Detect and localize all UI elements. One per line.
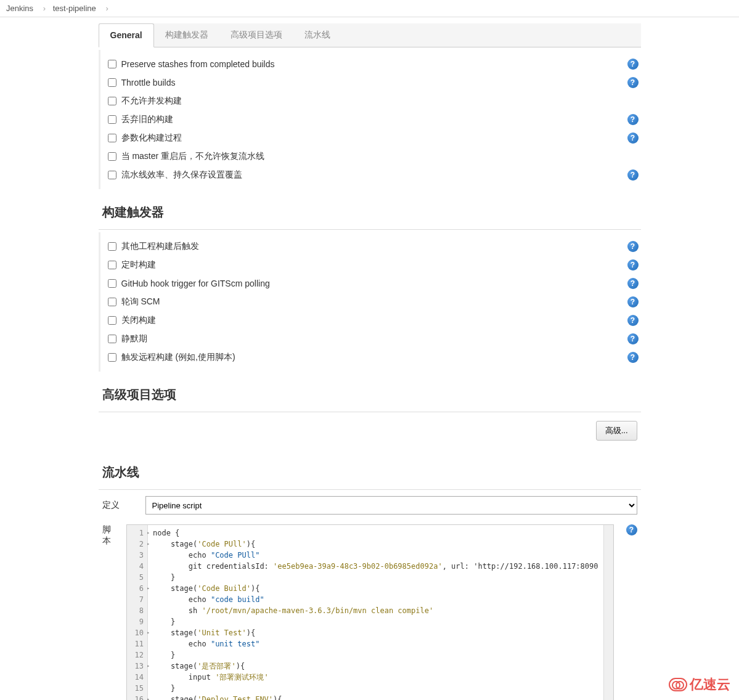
- tab-build-triggers[interactable]: 构建触发器: [154, 23, 219, 47]
- general-option-row: Throttle builds?: [105, 73, 641, 92]
- breadcrumb-sep-icon: ›: [43, 4, 46, 13]
- general-option-row: 流水线效率、持久保存设置覆盖?: [105, 166, 641, 184]
- vertical-scrollbar[interactable]: [603, 525, 613, 700]
- script-editor[interactable]: 1234567891011121314151617 node { stage('…: [126, 524, 614, 700]
- section-title-advanced: 高级项目选项: [99, 378, 641, 412]
- general-checkbox[interactable]: [108, 171, 116, 179]
- breadcrumb-item[interactable]: test-pipeline: [53, 4, 96, 13]
- trigger-option-row: 关闭构建?: [105, 311, 641, 330]
- general-option-row: 不允许并发构建: [105, 92, 641, 110]
- trigger-label: 轮询 SCM: [121, 296, 160, 307]
- breadcrumb: Jenkins › test-pipeline ›: [0, 0, 739, 17]
- script-row: 脚本 1234567891011121314151617 node { stag…: [99, 521, 641, 700]
- help-icon[interactable]: ?: [627, 278, 639, 289]
- general-checkbox[interactable]: [108, 78, 116, 87]
- editor-gutter: 1234567891011121314151617: [127, 525, 148, 700]
- general-label: 不允许并发构建: [121, 96, 182, 107]
- tabs: General 构建触发器 高级项目选项 流水线: [99, 23, 641, 47]
- trigger-checkbox[interactable]: [108, 298, 116, 306]
- general-checkbox[interactable]: [108, 115, 116, 124]
- tab-advanced-options[interactable]: 高级项目选项: [219, 23, 293, 47]
- tab-general[interactable]: General: [99, 23, 154, 47]
- trigger-checkbox[interactable]: [108, 353, 116, 362]
- watermark-text: 亿速云: [690, 675, 730, 694]
- general-option-row: Preserve stashes from completed builds?: [105, 55, 641, 73]
- trigger-checkbox[interactable]: [108, 316, 116, 325]
- trigger-checkbox[interactable]: [108, 279, 116, 288]
- help-icon[interactable]: ?: [626, 524, 637, 535]
- trigger-label: 关闭构建: [121, 315, 156, 326]
- general-label: 丢弃旧的构建: [121, 114, 173, 125]
- help-icon[interactable]: ?: [627, 352, 639, 363]
- trigger-option-row: 定时构建?: [105, 256, 641, 274]
- general-checkbox[interactable]: [108, 134, 116, 142]
- script-label: 脚本: [102, 524, 115, 700]
- general-section: Preserve stashes from completed builds?T…: [99, 50, 641, 189]
- general-option-row: 参数化构建过程?: [105, 129, 641, 147]
- general-label: 流水线效率、持久保存设置覆盖: [121, 169, 242, 181]
- trigger-label: 其他工程构建后触发: [121, 241, 199, 252]
- trigger-option-row: 轮询 SCM?: [105, 293, 641, 311]
- trigger-label: 静默期: [121, 333, 147, 344]
- help-icon[interactable]: ?: [627, 259, 639, 271]
- advanced-row: 高级...: [99, 412, 641, 449]
- triggers-section: 其他工程构建后触发?定时构建?GitHub hook trigger for G…: [99, 232, 641, 372]
- general-label: Preserve stashes from completed builds: [121, 59, 275, 69]
- trigger-option-row: 触发远程构建 (例如,使用脚本)?: [105, 348, 641, 367]
- advanced-button[interactable]: 高级...: [596, 421, 637, 441]
- general-label: Throttle builds: [121, 78, 176, 88]
- help-icon[interactable]: ?: [627, 296, 639, 307]
- trigger-label: 定时构建: [121, 259, 156, 271]
- trigger-checkbox[interactable]: [108, 242, 116, 251]
- general-checkbox[interactable]: [108, 60, 116, 68]
- general-option-row: 丢弃旧的构建?: [105, 110, 641, 129]
- trigger-checkbox[interactable]: [108, 261, 116, 269]
- help-icon[interactable]: ?: [627, 59, 639, 70]
- help-icon[interactable]: ?: [627, 114, 639, 125]
- trigger-checkbox[interactable]: [108, 335, 116, 343]
- general-label: 参数化构建过程: [121, 132, 182, 144]
- breadcrumb-root[interactable]: Jenkins: [6, 4, 33, 13]
- help-icon[interactable]: ?: [627, 333, 639, 344]
- trigger-label: 触发远程构建 (例如,使用脚本): [121, 352, 235, 363]
- help-icon[interactable]: ?: [627, 315, 639, 326]
- help-icon[interactable]: ?: [627, 169, 639, 181]
- help-icon[interactable]: ?: [627, 241, 639, 252]
- breadcrumb-sep-icon: ›: [105, 4, 108, 13]
- help-icon[interactable]: ?: [627, 132, 639, 144]
- trigger-option-row: 静默期?: [105, 330, 641, 348]
- trigger-option-row: 其他工程构建后触发?: [105, 237, 641, 256]
- definition-row: 定义 Pipeline script: [99, 490, 641, 521]
- general-checkbox[interactable]: [108, 152, 116, 161]
- watermark-logo-icon: [669, 678, 687, 691]
- general-checkbox[interactable]: [108, 97, 116, 105]
- definition-select[interactable]: Pipeline script: [145, 496, 637, 515]
- section-title-triggers: 构建触发器: [99, 195, 641, 230]
- trigger-option-row: GitHub hook trigger for GITScm polling?: [105, 274, 641, 293]
- watermark: 亿速云: [669, 675, 730, 694]
- definition-label: 定义: [102, 500, 133, 511]
- general-label: 当 master 重启后，不允许恢复流水线: [121, 151, 265, 162]
- trigger-label: GitHub hook trigger for GITScm polling: [121, 279, 270, 288]
- tab-pipeline[interactable]: 流水线: [293, 23, 341, 47]
- section-title-pipeline: 流水线: [99, 455, 641, 490]
- editor-code[interactable]: node { stage('Code PUll'){ echo "Code PU…: [148, 525, 603, 700]
- general-option-row: 当 master 重启后，不允许恢复流水线: [105, 147, 641, 166]
- help-icon[interactable]: ?: [627, 77, 639, 88]
